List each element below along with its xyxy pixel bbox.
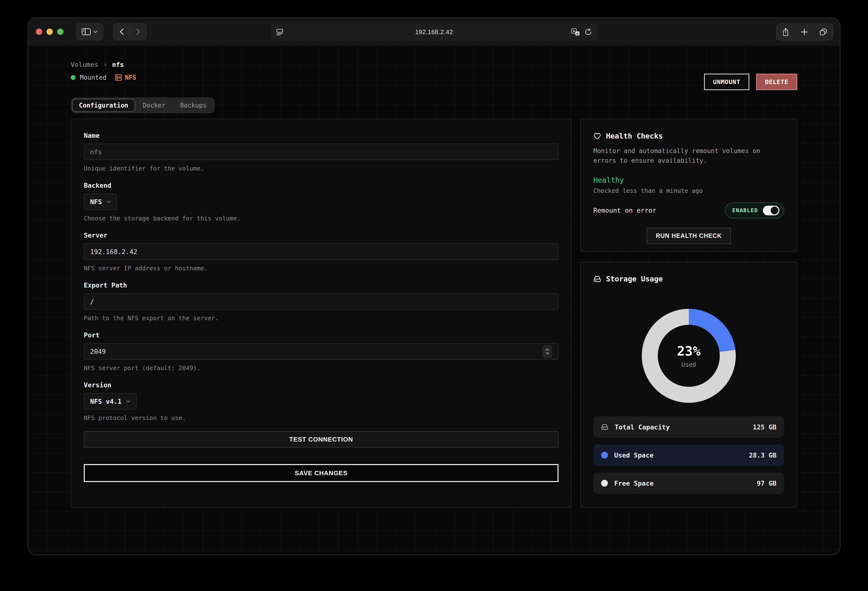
legend-label: Free Space: [614, 480, 654, 487]
backend-helper: Choose the storage backend for this volu…: [84, 215, 558, 222]
svg-text:a: a: [576, 32, 578, 35]
port-label: Port: [84, 331, 558, 339]
tab-docker[interactable]: Docker: [136, 99, 173, 112]
storage-usage-card: Storage Usage 23% Used: [580, 262, 797, 508]
tab-backups[interactable]: Backups: [173, 99, 213, 112]
donut-sublabel: Used: [682, 361, 696, 368]
remount-label: Remount on error: [593, 207, 656, 214]
port-field: Port 2049 NFS server port (default: 2049…: [84, 331, 558, 372]
donut-center: 23% Used: [658, 325, 720, 387]
tab-overview-icon[interactable]: [819, 28, 827, 36]
port-input[interactable]: 2049: [84, 343, 558, 360]
legend-value: 28.3 GB: [749, 452, 776, 459]
export-path-input[interactable]: /: [84, 293, 558, 310]
health-card-title-row: Health Checks: [593, 132, 784, 140]
translate-icon[interactable]: A a: [571, 28, 580, 36]
chevron-down-icon: [126, 400, 130, 403]
server-helper: NFS server IP address or hostname.: [84, 265, 558, 272]
address-bar[interactable]: 192.168.2.42 A a: [270, 23, 598, 41]
traffic-lights: [36, 29, 63, 35]
test-connection-button[interactable]: TEST CONNECTION: [84, 431, 558, 448]
number-stepper[interactable]: [542, 345, 552, 358]
legend-row-total: Total Capacity 125 GB: [593, 417, 784, 438]
name-field: Name nfs Unique identifier for the volum…: [84, 132, 558, 172]
remount-row: Remount on error ENABLED: [593, 202, 784, 219]
page-title: nfs: [112, 61, 124, 68]
used-space-dot: [601, 452, 608, 458]
unmount-button[interactable]: UNMOUNT: [704, 74, 749, 90]
desktop: 192.168.2.42 A a: [0, 0, 868, 591]
version-select[interactable]: NFS v4.1: [84, 393, 137, 409]
health-description: Monitor and automatically remount volume…: [593, 146, 784, 165]
donut-wrap: 23% Used: [593, 309, 784, 403]
server-icon: [115, 74, 122, 81]
new-tab-icon[interactable]: [801, 28, 808, 35]
back-button[interactable]: [113, 24, 130, 40]
mounted-status-dot: [71, 75, 75, 80]
close-window-button[interactable]: [36, 29, 42, 35]
export-path-label: Export Path: [84, 281, 558, 289]
mounted-status-label: Mounted: [80, 74, 106, 81]
nav-buttons: [113, 23, 147, 40]
toggle-knob: [771, 207, 778, 214]
server-field: Server 192.168.2.42 NFS server IP addres…: [84, 232, 558, 272]
url-text[interactable]: 192.168.2.42: [270, 28, 598, 36]
server-label: Server: [84, 232, 558, 239]
browser-toolbar: 192.168.2.42 A a: [28, 18, 840, 46]
heart-icon: [593, 133, 601, 140]
chevron-down-icon: [106, 200, 111, 203]
reload-icon[interactable]: [585, 28, 592, 35]
hdd-icon: [593, 275, 601, 283]
delete-button[interactable]: DELETE: [756, 74, 797, 90]
configuration-card: Name nfs Unique identifier for the volum…: [71, 119, 571, 508]
version-field: Version NFS v4.1 NFS protocol version to…: [84, 381, 558, 421]
remount-toggle[interactable]: ENABLED: [725, 202, 784, 219]
backend-label: Backend: [84, 182, 558, 189]
forward-button[interactable]: [130, 24, 146, 40]
health-checked-time: Checked less than a minute ago: [593, 187, 784, 194]
backend-select[interactable]: NFS: [84, 194, 117, 210]
page-header: Volumes › nfs Mounted: [71, 61, 797, 90]
health-checks-card: Health Checks Monitor and automatically …: [580, 119, 797, 252]
name-label: Name: [84, 132, 558, 139]
main-grid: Name nfs Unique identifier for the volum…: [71, 119, 797, 508]
donut-percent: 23%: [677, 343, 701, 359]
chevron-down-icon: [93, 30, 97, 33]
share-icon[interactable]: [782, 28, 789, 36]
run-health-check-button[interactable]: RUN HEALTH CHECK: [647, 228, 731, 244]
export-path-field: Export Path / Path to the NFS export on …: [84, 281, 558, 322]
name-input[interactable]: nfs: [84, 143, 558, 160]
free-space-dot: [601, 480, 608, 487]
name-helper: Unique identifier for the volume.: [84, 165, 558, 172]
page-icon[interactable]: [276, 29, 283, 35]
legend-label: Total Capacity: [615, 423, 670, 431]
hdd-icon: [601, 423, 608, 431]
toggle-track: [763, 205, 779, 215]
version-label: Version: [84, 381, 558, 389]
port-helper: NFS server port (default: 2049).: [84, 365, 558, 372]
health-card-title: Health Checks: [606, 132, 663, 140]
status-row: Mounted: [71, 74, 136, 81]
save-changes-button[interactable]: SAVE CHANGES: [84, 464, 558, 482]
right-column: Health Checks Monitor and automatically …: [580, 119, 797, 508]
minimize-window-button[interactable]: [46, 29, 53, 35]
svg-text:A: A: [573, 29, 575, 33]
export-path-helper: Path to the NFS export on the server.: [84, 315, 558, 322]
tab-bar: Configuration Docker Backups: [71, 98, 215, 113]
breadcrumb-separator: ›: [103, 61, 107, 68]
toolbar-right-group: [776, 23, 833, 41]
legend-value: 125 GB: [753, 423, 776, 431]
storage-card-title-row: Storage Usage: [593, 275, 784, 283]
backend-field: Backend NFS Choose the storage backend f…: [84, 182, 558, 222]
health-status: Healthy: [593, 176, 784, 184]
breadcrumb-volumes-link[interactable]: Volumes: [71, 61, 98, 68]
tab-configuration[interactable]: Configuration: [72, 99, 135, 112]
toggle-state-label: ENABLED: [732, 207, 758, 213]
zoom-window-button[interactable]: [57, 29, 63, 35]
browser-window: 192.168.2.42 A a: [28, 18, 840, 555]
page-content: Volumes › nfs Mounted: [28, 46, 840, 555]
breadcrumb: Volumes › nfs: [71, 61, 136, 68]
sidebar-toggle-button[interactable]: [76, 23, 103, 40]
server-input[interactable]: 192.168.2.42: [84, 244, 558, 260]
storage-donut: 23% Used: [642, 309, 736, 403]
